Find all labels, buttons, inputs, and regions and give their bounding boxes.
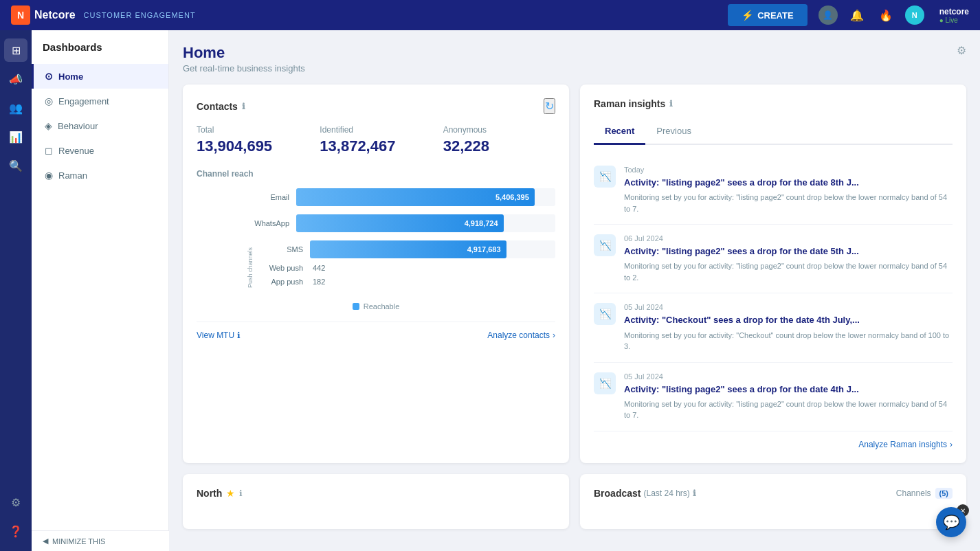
raman-card-title: Raman insights ℹ [594,98,673,109]
push-channels-label: Push channels [247,247,254,288]
trending-down-icon-3: 📉 [599,308,611,319]
sidebar-icon-dashboard[interactable]: ⊞ [4,38,27,62]
home-icon: ⊙ [45,71,53,82]
top-navigation: N Netcore CUSTOMER ENGAGEMENT ⚡ CREATE 👤… [0,0,980,30]
fire-icon[interactable]: 🔥 [876,5,895,25]
email-bar-row: Email 5,406,395 [245,188,555,206]
lightning-icon: ⚡ [742,10,753,21]
chevron-right-raman-icon: › [950,440,953,449]
raman-icon: ◉ [45,170,53,181]
trending-down-icon-2: 📉 [599,240,611,251]
star-icon: ★ [226,488,235,499]
channel-reach-label: Channel reach [197,169,555,179]
north-card: North ★ ℹ [183,474,569,529]
north-card-title: North [197,488,222,499]
push-channels-section: Push channels SMS 4,917,683 [245,240,555,291]
sidebar-icon-settings[interactable]: ⚙ [4,491,27,514]
sidebar-title: Dashboards [32,41,168,64]
sms-bar: 4,917,683 [310,240,506,258]
channels-badge: Channels (5) [896,488,953,499]
apppush-row: App push 182 [258,278,555,286]
user-status: ● Live [939,16,969,24]
page-title: Home [183,44,305,62]
main-content: Home Get real-time business insights ⚙ C… [169,30,980,551]
legend-dot [353,303,359,310]
insight-item-4: 📉 05 Jul 2024 Activity: "listing page2" … [594,363,953,431]
user-avatar[interactable]: N [905,5,924,25]
nav-sidebar: Dashboards ⊙ Home ◎ Engagement ◈ Behavio… [32,30,169,551]
raman-card-header: Raman insights ℹ [594,98,953,109]
contacts-card-header: Contacts ℹ ↻ [197,98,555,114]
user-profile-icon[interactable]: 👤 [818,5,838,25]
sidebar-item-behaviour[interactable]: ◈ Behaviour [32,113,168,138]
contacts-info-icon[interactable]: ℹ [242,102,245,111]
insight-icon-wrap-3: 📉 [594,303,616,325]
sidebar-icon-table[interactable]: 📊 [4,125,27,148]
insight-content-1: Today Activity: "listing page2" sees a d… [624,166,953,214]
raman-info-icon[interactable]: ℹ [669,99,673,109]
user-name: netcore [939,7,969,16]
raman-insights-card: Raman insights ℹ Recent Previous 📉 Today [580,85,966,463]
broadcast-card: Broadcast (Last 24 hrs) ℹ Channels (5) [580,474,966,529]
broadcast-info-icon[interactable]: ℹ [693,488,696,498]
broadcast-title: Broadcast (Last 24 hrs) ℹ [594,488,696,499]
page-header: Home Get real-time business insights ⚙ [183,44,966,74]
logo-area: N Netcore [11,5,76,25]
sidebar-item-revenue[interactable]: ◻ Revenue [32,138,168,163]
nav-icons-area: 👤 🔔 🔥 N netcore ● Live [818,5,969,25]
sidebar-item-raman[interactable]: ◉ Raman [32,163,168,188]
contacts-stats: Total 13,904,695 Identified 13,872,467 A… [197,125,555,155]
contacts-card-title: Contacts ℹ [197,101,245,112]
anonymous-stat: Anonymous 32,228 [443,125,555,155]
insight-item-2: 📉 06 Jul 2024 Activity: "listing page2" … [594,225,953,293]
contacts-refresh-button[interactable]: ↻ [544,98,555,114]
insight-item-1: 📉 Today Activity: "listing page2" sees a… [594,156,953,225]
logo-icon: N [11,5,30,25]
insight-content-4: 05 Jul 2024 Activity: "listing page2" se… [624,372,953,421]
sms-bar-row: SMS 4,917,683 [258,240,555,258]
main-layout: ⊞ 📣 👥 📊 🔍 ⚙ ❓ Dashboards ⊙ Home ◎ Engage… [0,30,980,551]
webpush-row: Web push 442 [258,264,555,272]
north-title-area: North ★ ℹ [197,488,243,499]
north-info-icon[interactable]: ℹ [239,488,243,498]
insights-tabs: Recent Previous [594,120,953,145]
north-card-header: North ★ ℹ [197,488,555,499]
user-info: netcore ● Live [939,7,969,24]
email-bar: 5,406,395 [296,188,535,206]
behaviour-icon: ◈ [45,120,52,131]
sidebar-item-home[interactable]: ⊙ Home [32,64,168,89]
whatsapp-bar-row: WhatsApp 4,918,724 [245,214,555,232]
trending-down-icon-4: 📉 [599,378,611,389]
chart-legend: Reachable [197,302,555,311]
view-mtu-link[interactable]: View MTU ℹ [197,330,241,340]
page-header-text: Home Get real-time business insights [183,44,305,74]
chat-bubble-button[interactable]: 💬 [936,507,966,537]
analyze-raman-link[interactable]: Analyze Raman insights › [858,440,953,449]
analyze-contacts-link[interactable]: Analyze contacts › [487,330,555,340]
insights-list: 📉 Today Activity: "listing page2" sees a… [594,156,953,431]
insight-icon-wrap-1: 📉 [594,166,616,188]
insight-item-3: 📉 05 Jul 2024 Activity: "Checkout" sees … [594,293,953,362]
notification-bell-icon[interactable]: 🔔 [847,5,867,25]
info-icon-mtu: ℹ [237,330,241,340]
contacts-card-footer: View MTU ℹ Analyze contacts › [197,322,555,340]
tab-previous[interactable]: Previous [645,120,702,145]
tab-recent[interactable]: Recent [594,120,645,145]
icon-sidebar: ⊞ 📣 👥 📊 🔍 ⚙ ❓ [0,30,32,551]
sidebar-icon-users[interactable]: 👥 [4,96,27,120]
chevron-right-icon: › [553,330,555,340]
settings-gear-button[interactable]: ⚙ [957,44,966,57]
trending-down-icon-1: 📉 [599,171,611,182]
insight-content-2: 06 Jul 2024 Activity: "listing page2" se… [624,234,953,283]
total-stat: Total 13,904,695 [197,125,309,155]
contacts-card: Contacts ℹ ↻ Total 13,904,695 Identified… [183,85,569,463]
insight-content-3: 05 Jul 2024 Activity: "Checkout" sees a … [624,303,953,352]
sidebar-icon-search[interactable]: 🔍 [4,154,27,177]
sidebar-item-engagement[interactable]: ◎ Engagement [32,89,168,113]
create-button[interactable]: ⚡ CREATE [728,4,807,26]
engagement-icon: ◎ [45,95,53,106]
minimize-sidebar-button[interactable]: ◀ MINIMIZE THIS [32,530,169,551]
revenue-icon: ◻ [45,145,53,156]
sidebar-icon-help[interactable]: ❓ [4,519,27,543]
sidebar-icon-notifications[interactable]: 📣 [4,67,27,91]
